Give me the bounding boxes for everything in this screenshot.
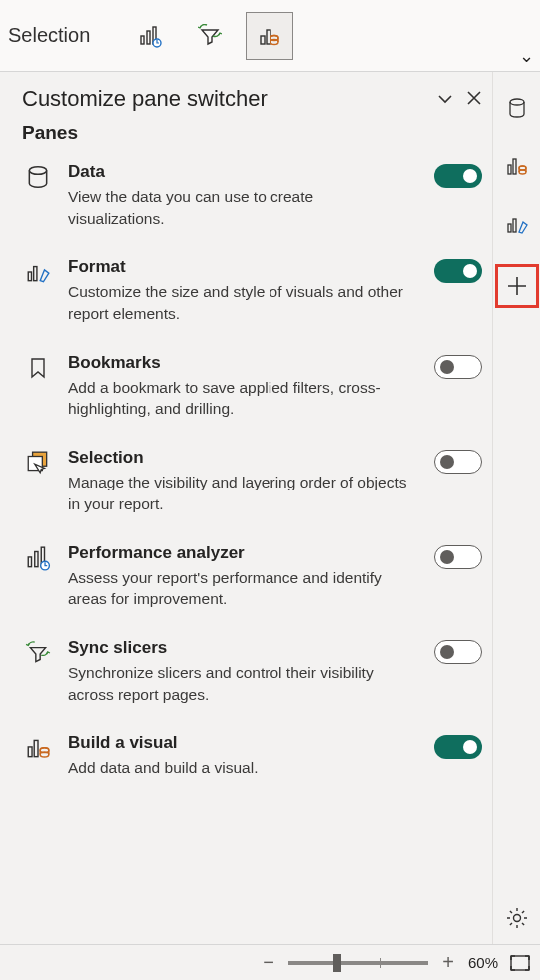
pane-item-format: Format Customize the size and style of v… xyxy=(22,257,482,324)
toggle-performance[interactable] xyxy=(434,545,482,569)
svg-point-8 xyxy=(29,167,46,175)
zoom-in-button[interactable]: + xyxy=(440,951,456,974)
close-icon[interactable] xyxy=(466,90,482,108)
zoom-slider-thumb[interactable] xyxy=(333,954,341,972)
pane-item-selection: Selection Manage the visibility and laye… xyxy=(22,448,482,514)
svg-point-25 xyxy=(519,166,526,170)
pane-switcher-rail xyxy=(492,72,540,944)
svg-rect-22 xyxy=(508,165,511,174)
panel-header: Customize pane switcher xyxy=(22,86,482,112)
pane-title: Selection xyxy=(68,448,412,468)
rail-format-icon[interactable] xyxy=(499,206,535,242)
toggle-data[interactable] xyxy=(434,164,482,188)
topbar: Selection xyxy=(0,0,540,72)
toggle-sync-slicers[interactable] xyxy=(434,640,482,664)
pane-title: Format xyxy=(68,257,412,277)
svg-rect-18 xyxy=(34,741,38,757)
pane-title: Bookmarks xyxy=(68,353,412,373)
toggle-bookmarks[interactable] xyxy=(434,355,482,379)
zoom-slider[interactable] xyxy=(288,961,428,965)
svg-rect-17 xyxy=(28,747,32,757)
pane-title: Data xyxy=(68,162,412,182)
svg-rect-13 xyxy=(28,556,31,566)
selection-icon xyxy=(22,448,54,476)
format-icon xyxy=(22,257,54,285)
svg-rect-4 xyxy=(261,36,265,44)
rail-build-visual-icon[interactable] xyxy=(499,148,535,184)
customize-pane-panel: Customize pane switcher Panes Data xyxy=(0,72,492,944)
pane-title: Build a visual xyxy=(68,733,412,753)
sync-slicers-button[interactable] xyxy=(186,12,234,60)
toggle-selection[interactable] xyxy=(434,450,482,474)
bookmark-icon xyxy=(22,353,54,381)
zoom-out-button[interactable]: − xyxy=(261,951,276,974)
panel-title: Customize pane switcher xyxy=(22,86,268,112)
svg-rect-26 xyxy=(508,224,511,232)
svg-rect-1 xyxy=(147,31,150,44)
panes-subheading: Panes xyxy=(22,122,482,144)
pane-item-sync-slicers: Sync slicers Synchronize slicers and con… xyxy=(22,638,482,705)
zoom-bar: − + 60% xyxy=(0,944,540,980)
collapse-icon[interactable] xyxy=(436,90,454,108)
rail-settings-icon[interactable] xyxy=(499,900,535,936)
rail-add-pane-button[interactable] xyxy=(495,264,539,308)
svg-rect-14 xyxy=(35,551,38,566)
pane-desc: Add a bookmark to save applied filters, … xyxy=(68,377,412,420)
pane-desc: Assess your report's performance and ide… xyxy=(68,567,412,610)
sync-slicers-icon xyxy=(22,638,54,666)
toggle-build-visual[interactable] xyxy=(434,735,482,759)
svg-point-28 xyxy=(513,915,520,922)
svg-rect-9 xyxy=(28,272,31,281)
zoom-value: 60% xyxy=(468,954,498,971)
topbar-icons xyxy=(126,12,293,60)
pane-desc: Add data and build a visual. xyxy=(68,757,412,779)
pane-item-bookmarks: Bookmarks Add a bookmark to save applied… xyxy=(22,353,482,420)
data-icon xyxy=(22,162,54,190)
pane-desc: Customize the size and style of visuals … xyxy=(68,281,412,324)
toggle-format[interactable] xyxy=(434,259,482,283)
svg-rect-23 xyxy=(513,159,516,174)
toolbar-expand-chevron-icon[interactable]: ⌄ xyxy=(519,45,534,67)
svg-rect-10 xyxy=(34,267,37,281)
pane-desc: Manage the visibility and layering order… xyxy=(68,472,412,514)
pane-item-data: Data View the data you can use to create… xyxy=(22,162,482,229)
pane-item-build-visual: Build a visual Add data and build a visu… xyxy=(22,733,482,779)
svg-rect-29 xyxy=(511,956,529,970)
performance-analyzer-button[interactable] xyxy=(126,12,174,60)
pane-title: Sync slicers xyxy=(68,638,412,658)
pane-item-performance: Performance analyzer Assess your report'… xyxy=(22,543,482,610)
build-visual-button[interactable] xyxy=(246,12,293,60)
svg-rect-27 xyxy=(513,219,516,232)
build-visual-icon xyxy=(22,733,54,761)
svg-point-21 xyxy=(510,99,524,105)
topbar-label: Selection xyxy=(8,24,90,47)
pane-desc: View the data you can use to create visu… xyxy=(68,186,412,229)
svg-rect-0 xyxy=(141,36,144,44)
pane-desc: Synchronize slicers and control their vi… xyxy=(68,662,412,705)
pane-title: Performance analyzer xyxy=(68,543,412,563)
performance-icon xyxy=(22,543,54,571)
fit-to-page-icon[interactable] xyxy=(510,955,530,971)
rail-data-icon[interactable] xyxy=(499,90,535,126)
